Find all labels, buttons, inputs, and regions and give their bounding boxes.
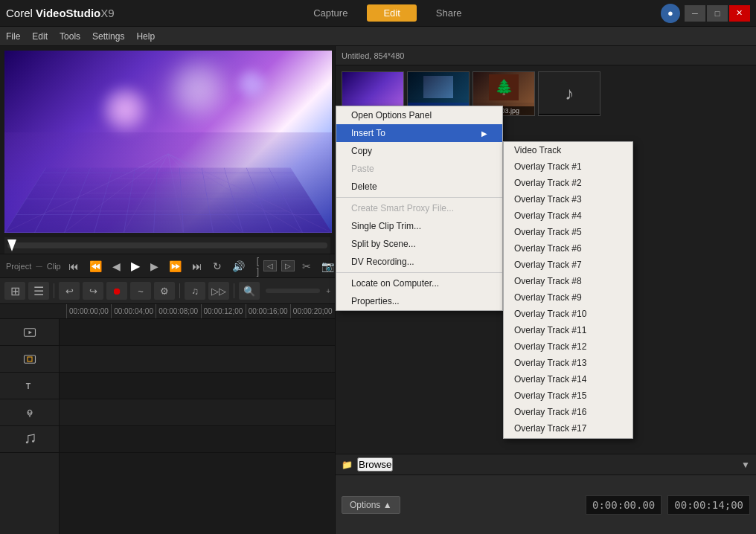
cm-delete[interactable]: Delete xyxy=(336,178,502,196)
next-frame-btn[interactable]: ⏩ xyxy=(166,259,185,274)
track-lanes xyxy=(60,319,335,534)
cm-copy[interactable]: Copy xyxy=(336,142,502,160)
sm-overlay-11[interactable]: Overlay Track #11 xyxy=(504,322,632,338)
left-panel: Project ─ Clip ⏮ ⏪ ◀ ▶ ▶ ⏩ ⏭ ↻ 🔊 [ ] ◁ ▷… xyxy=(0,46,335,534)
sm-overlay-3[interactable]: Overlay Track #3 xyxy=(504,191,632,208)
svg-rect-0 xyxy=(4,132,332,233)
sm-overlay-4[interactable]: Overlay Track #4 xyxy=(504,208,632,224)
redo-btn[interactable]: ↪ xyxy=(83,282,103,300)
cm-insert-to[interactable]: Insert To ▶ xyxy=(336,124,502,142)
record-btn[interactable]: ⏺ xyxy=(106,282,127,300)
preview-window xyxy=(4,51,332,233)
media-thumb-audio[interactable]: ♪ xyxy=(538,71,600,116)
sm-overlay-16[interactable]: Overlay Track #16 xyxy=(504,404,632,420)
cm-properties[interactable]: Properties... xyxy=(336,292,502,310)
timeline-view-btn[interactable]: ☰ xyxy=(28,282,49,300)
sm-overlay-10[interactable]: Overlay Track #10 xyxy=(504,306,632,322)
track-label-overlay xyxy=(0,346,59,373)
sm-overlay-7[interactable]: Overlay Track #7 xyxy=(504,257,632,273)
playhead-bar[interactable] xyxy=(4,237,330,254)
cm-dv-recording[interactable]: DV Recording... xyxy=(336,253,502,271)
track-lane-video[interactable] xyxy=(60,319,335,346)
menu-settings[interactable]: Settings xyxy=(92,31,124,42)
ruler-tick-4: 00:00:16;00 xyxy=(246,304,290,318)
menu-help[interactable]: Help xyxy=(136,31,155,42)
win-close-btn[interactable]: ✕ xyxy=(729,5,750,22)
cm-paste: Paste xyxy=(336,160,502,178)
menu-file[interactable]: File xyxy=(6,31,20,42)
track-label-voice xyxy=(0,399,59,426)
play-btn[interactable]: ▶ xyxy=(128,257,143,274)
go-end-btn[interactable]: ⏭ xyxy=(189,259,205,274)
win-maximize-btn[interactable]: □ xyxy=(707,5,728,22)
track-lane-title[interactable] xyxy=(60,373,335,399)
track-label-video xyxy=(0,319,59,346)
trim-start-btn[interactable]: ◁ xyxy=(263,260,277,271)
tab-edit[interactable]: Edit xyxy=(367,4,416,22)
library-title: Untitled, 854*480 xyxy=(342,51,404,60)
svg-text:T: T xyxy=(25,381,31,390)
settings-btn[interactable]: ⚙ xyxy=(154,282,175,300)
menu-tools[interactable]: Tools xyxy=(60,31,80,42)
sm-overlay-2[interactable]: Overlay Track #2 xyxy=(504,175,632,191)
storyboard-btn[interactable]: ⊞ xyxy=(4,282,25,300)
mix-btn[interactable]: ♫ xyxy=(185,282,205,300)
options-btn[interactable]: Options ▲ xyxy=(342,496,400,514)
sm-overlay-18[interactable]: Overlay Track #18 xyxy=(504,437,632,439)
cut-btn[interactable]: ✂ xyxy=(299,259,314,274)
playhead-track[interactable] xyxy=(7,242,327,248)
smart-package-btn[interactable]: ~ xyxy=(130,282,151,300)
browse-btn[interactable]: Browse xyxy=(357,457,393,472)
ruler-tick-3: 00:00:12;00 xyxy=(201,304,246,318)
win-minimize-btn[interactable]: ─ xyxy=(685,5,705,22)
timeline-toolbar: ⊞ ☰ ↩ ↪ ⏺ ~ ⚙ ♫ ▷▷ 🔍 + xyxy=(0,277,335,304)
preview-content xyxy=(4,51,332,233)
project-label: Project xyxy=(6,262,31,271)
menubar: File Edit Tools Settings Help xyxy=(0,27,756,46)
playhead-thumb[interactable] xyxy=(7,239,16,251)
track-lane-music[interactable] xyxy=(60,426,335,453)
step-back-btn[interactable]: ◀ xyxy=(109,259,124,274)
sm-video-track[interactable]: Video Track xyxy=(504,142,632,158)
cm-open-options[interactable]: Open Options Panel xyxy=(336,106,502,124)
timeline-ruler: 00:00:00;00 00:00:04;00 00:00:08;00 00:0… xyxy=(0,304,335,319)
sm-overlay-1[interactable]: Overlay Track #1 xyxy=(504,158,632,175)
sm-overlay-5[interactable]: Overlay Track #5 xyxy=(504,224,632,240)
sm-overlay-8[interactable]: Overlay Track #8 xyxy=(504,273,632,289)
sm-overlay-12[interactable]: Overlay Track #12 xyxy=(504,338,632,355)
user-icon[interactable]: ● xyxy=(661,4,680,23)
media-thumb-audio-label xyxy=(539,114,600,115)
sm-overlay-15[interactable]: Overlay Track #15 xyxy=(504,387,632,404)
tab-capture[interactable]: Capture xyxy=(297,4,364,22)
cm-separator-2 xyxy=(336,272,502,273)
track-lane-overlay[interactable] xyxy=(60,346,335,373)
sm-overlay-17[interactable]: Overlay Track #17 xyxy=(504,420,632,437)
sm-overlay-13[interactable]: Overlay Track #13 xyxy=(504,355,632,371)
timecode-display-1: 0:00:00.00 xyxy=(586,495,662,515)
volume-btn[interactable]: 🔊 xyxy=(229,259,248,274)
cm-split-scene[interactable]: Split by Scene... xyxy=(336,235,502,253)
track-label-title: T xyxy=(0,373,59,399)
sm-overlay-14[interactable]: Overlay Track #14 xyxy=(504,371,632,387)
sm-overlay-6[interactable]: Overlay Track #6 xyxy=(504,240,632,257)
step-fwd-btn[interactable]: ▶ xyxy=(147,259,161,274)
win-controls: ─ □ ✕ xyxy=(685,5,750,22)
transition-btn[interactable]: ▷▷ xyxy=(208,282,229,300)
tab-share[interactable]: Share xyxy=(420,4,478,22)
transport-controls: Project ─ Clip ⏮ ⏪ ◀ ▶ ▶ ⏩ ⏭ ↻ 🔊 [ ] ◁ ▷… xyxy=(0,254,335,277)
cm-locate[interactable]: Locate on Computer... xyxy=(336,274,502,292)
browse-arrow-icon: ▼ xyxy=(741,460,750,470)
undo-btn[interactable]: ↩ xyxy=(59,282,80,300)
repeat-btn[interactable]: ↻ xyxy=(210,259,225,274)
track-label-music xyxy=(0,426,59,453)
go-start-btn[interactable]: ⏮ xyxy=(65,259,82,274)
trim-end-btn[interactable]: ▷ xyxy=(281,260,295,271)
menu-edit[interactable]: Edit xyxy=(32,31,48,42)
context-menu: Open Options Panel Insert To ▶ Copy Past… xyxy=(336,106,503,311)
track-lane-voice[interactable] xyxy=(60,399,335,426)
cm-single-trim[interactable]: Single Clip Trim... xyxy=(336,217,502,235)
zoom-out-btn[interactable]: 🔍 xyxy=(239,282,260,300)
prev-frame-btn[interactable]: ⏪ xyxy=(86,259,105,274)
sm-overlay-9[interactable]: Overlay Track #9 xyxy=(504,289,632,306)
ruler-tick-2: 00:00:08;00 xyxy=(156,304,200,318)
